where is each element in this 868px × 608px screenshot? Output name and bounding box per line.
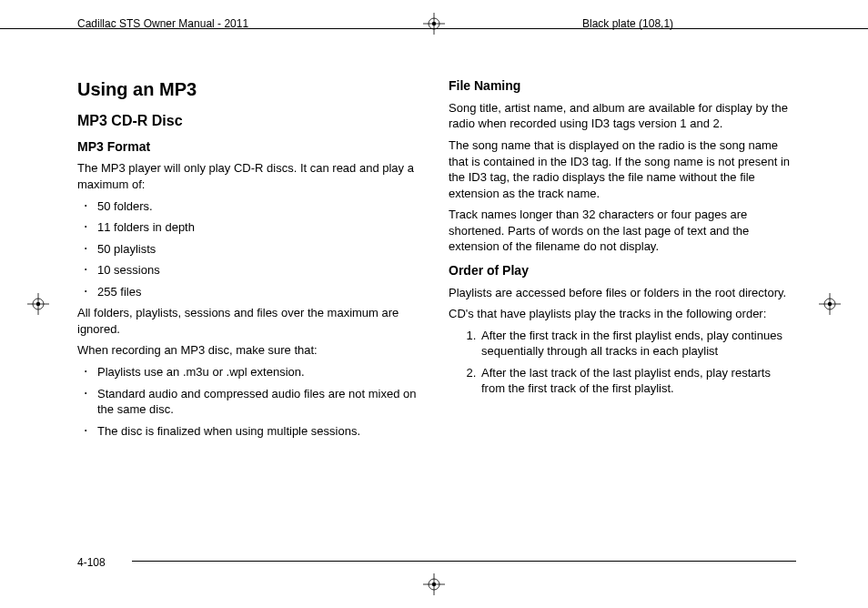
recording-intro: When recording an MP3 disc, make sure th…	[77, 342, 423, 359]
footer-rule	[132, 561, 796, 562]
list-item: 11 folders in depth	[97, 219, 423, 236]
registration-mark-right	[819, 293, 841, 315]
page-body: Using an MP3 MP3 CD-R Disc MP3 Format Th…	[77, 73, 796, 553]
list-item: 10 sessions	[97, 262, 423, 279]
page-number: 4-108	[77, 555, 106, 570]
heading-file-naming: File Naming	[449, 77, 794, 95]
svg-point-15	[828, 302, 832, 306]
svg-point-3	[432, 22, 436, 25]
heading-mp3-cdr-disc: MP3 CD-R Disc	[77, 111, 423, 131]
list-item: Playlists use an .m3u or .wpl extension.	[97, 364, 423, 380]
heading-mp3-format: MP3 Format	[77, 138, 423, 156]
header-left-text: Cadillac STS Owner Manual - 2011	[77, 16, 248, 31]
list-item: The disc is finalized when using multipl…	[97, 423, 423, 440]
order-of-play-list: After the first track in the first playl…	[449, 328, 794, 397]
svg-point-11	[36, 302, 40, 306]
heading-order-of-play: Order of Play	[449, 262, 794, 279]
list-item: After the last track of the last playlis…	[479, 365, 794, 397]
registration-mark-top	[423, 13, 445, 35]
order-p2: CD's that have playlists play the tracks…	[449, 306, 794, 322]
file-naming-p1: Song title, artist name, and album are a…	[449, 100, 794, 132]
heading-using-mp3: Using an MP3	[77, 77, 423, 102]
list-item: 255 files	[97, 284, 423, 300]
list-item: 50 folders.	[97, 198, 423, 215]
mp3-format-intro: The MP3 player will only play CD-R discs…	[77, 160, 423, 192]
registration-mark-bottom	[423, 573, 445, 595]
left-column: Using an MP3 MP3 CD-R Disc MP3 Format Th…	[77, 73, 423, 444]
file-naming-p2: The song name that is displayed on the r…	[449, 137, 794, 201]
list-item: After the first track in the first playl…	[479, 328, 794, 360]
list-item: 50 playlists	[97, 241, 423, 258]
list-item: Standard audio and compressed audio file…	[97, 386, 423, 418]
file-naming-p3: Track names longer than 32 characters or…	[449, 207, 794, 255]
order-p1: Playlists are accessed before files or f…	[449, 285, 794, 301]
right-column: File Naming Song title, artist name, and…	[449, 73, 794, 444]
two-column-layout: Using an MP3 MP3 CD-R Disc MP3 Format Th…	[77, 73, 796, 444]
recording-list: Playlists use an .m3u or .wpl extension.…	[77, 364, 423, 439]
registration-mark-left	[27, 293, 49, 315]
mp3-limits-list: 50 folders. 11 folders in depth 50 playl…	[77, 198, 423, 300]
header-right-text: Black plate (108,1)	[582, 16, 673, 31]
mp3-limits-note: All folders, playlists, sessions and fil…	[77, 305, 423, 337]
svg-point-7	[432, 583, 436, 586]
